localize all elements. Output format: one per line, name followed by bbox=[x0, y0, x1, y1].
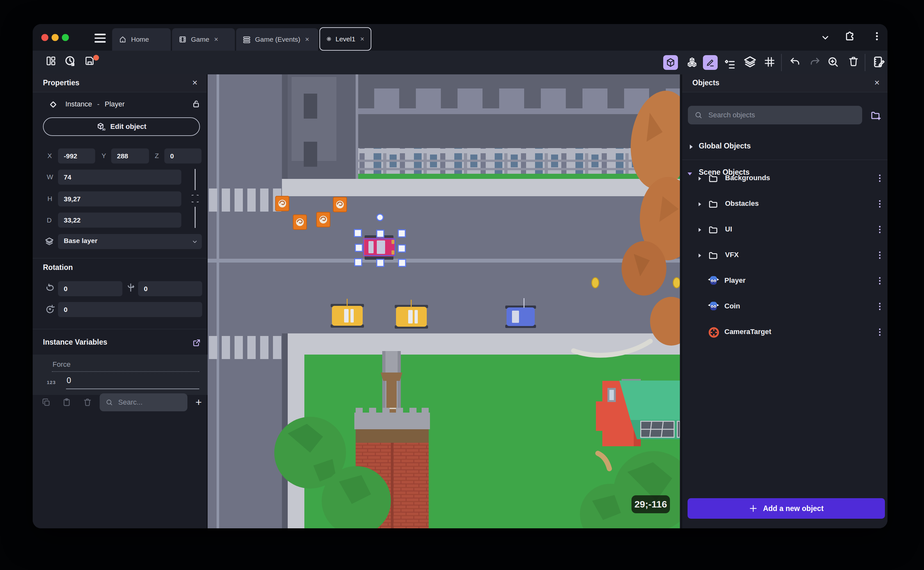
tab-game-events[interactable]: Game (Events) × bbox=[236, 28, 318, 51]
camera-target-icon bbox=[708, 326, 720, 339]
group-global-objects[interactable]: Global Objects bbox=[682, 138, 887, 155]
tree-row-vfx[interactable]: VFX bbox=[682, 245, 887, 265]
row-kebab-icon[interactable] bbox=[878, 174, 881, 183]
tree-row-label: VFX bbox=[725, 251, 739, 259]
tree-row-backgrounds[interactable]: Backgrounds bbox=[682, 168, 887, 188]
film-icon bbox=[179, 35, 187, 44]
grid-icon[interactable] bbox=[764, 56, 776, 68]
coordinates-value: 29;-116 bbox=[634, 499, 667, 510]
pencil-icon bbox=[706, 58, 715, 67]
objects-search-input[interactable] bbox=[708, 110, 862, 120]
toolbar-divider bbox=[781, 54, 782, 71]
tree-row-coin[interactable]: Coin bbox=[682, 296, 887, 317]
tree-row-label: Obstacles bbox=[725, 199, 759, 208]
traffic-zoom-button[interactable] bbox=[62, 34, 69, 41]
folder-icon bbox=[708, 173, 719, 184]
tree-row-label: Player bbox=[724, 276, 745, 285]
extensions-puzzle-icon[interactable] bbox=[844, 31, 855, 42]
y-input[interactable] bbox=[111, 149, 149, 164]
variables-search[interactable] bbox=[100, 393, 188, 411]
scene-properties-icon[interactable] bbox=[872, 55, 886, 69]
rotate-x-icon bbox=[44, 283, 55, 294]
traffic-close-button[interactable] bbox=[41, 34, 48, 41]
tab-level1[interactable]: Level1 × bbox=[319, 27, 371, 51]
layer-select[interactable]: Base layer bbox=[58, 234, 202, 249]
tab-close-icon[interactable]: × bbox=[214, 35, 218, 44]
height-input[interactable] bbox=[58, 192, 181, 207]
tab-home[interactable]: Home bbox=[112, 28, 171, 51]
tab-label: Level1 bbox=[336, 35, 355, 43]
layers-icon[interactable] bbox=[743, 55, 757, 69]
properties-title: Properties bbox=[43, 78, 79, 87]
tree-row-obstacles[interactable]: Obstacles bbox=[682, 194, 887, 214]
version-history-icon[interactable] bbox=[63, 55, 77, 68]
paste-icon[interactable] bbox=[62, 397, 72, 407]
tab-close-icon[interactable]: × bbox=[305, 35, 309, 44]
rotation-z-input[interactable] bbox=[58, 302, 202, 317]
tab-close-icon[interactable]: × bbox=[360, 35, 364, 43]
row-kebab-icon[interactable] bbox=[878, 276, 881, 286]
instances-list-icon[interactable] bbox=[724, 58, 736, 71]
layout-panels-icon[interactable] bbox=[45, 55, 57, 67]
rotation-x-input[interactable] bbox=[58, 281, 122, 296]
tree-row-label: Backgrounds bbox=[725, 174, 770, 182]
variable-value[interactable]: 0 bbox=[67, 376, 71, 385]
house[interactable] bbox=[596, 379, 680, 446]
instance-variables-title: Instance Variables bbox=[43, 338, 107, 346]
app-window: Home Game × Game (Events) × Level1 × Pre… bbox=[33, 24, 887, 528]
add-variable-icon[interactable]: + bbox=[195, 396, 202, 408]
close-panel-icon[interactable]: × bbox=[874, 78, 880, 88]
close-panel-icon[interactable]: × bbox=[192, 78, 197, 88]
traffic-minimize-button[interactable] bbox=[52, 34, 59, 41]
objects-view-button[interactable] bbox=[685, 55, 699, 70]
row-kebab-icon[interactable] bbox=[878, 302, 881, 312]
x-input[interactable] bbox=[58, 149, 95, 164]
tree-row-cameratarget[interactable]: CameraTarget bbox=[682, 322, 887, 342]
unlock-icon[interactable] bbox=[191, 99, 201, 109]
events-sheet-icon bbox=[243, 35, 251, 44]
copy-icon[interactable] bbox=[41, 397, 51, 407]
tree-row-label: UI bbox=[725, 225, 732, 233]
rotate-y-icon bbox=[125, 282, 136, 293]
apartment-building[interactable] bbox=[282, 74, 680, 196]
rotation-handle[interactable] bbox=[377, 214, 383, 221]
objects-search[interactable] bbox=[688, 106, 862, 124]
open-variables-external-icon[interactable] bbox=[192, 338, 202, 348]
edit-object-button[interactable]: 3D Edit object bbox=[43, 117, 200, 136]
z-input[interactable] bbox=[164, 149, 202, 164]
toggle-3d-view-button[interactable] bbox=[663, 55, 678, 70]
scene-render bbox=[208, 74, 680, 528]
row-kebab-icon[interactable] bbox=[878, 199, 881, 209]
tab-game[interactable]: Game × bbox=[172, 28, 235, 51]
tab-label: Game (Events) bbox=[255, 35, 300, 43]
edit-mode-button[interactable] bbox=[703, 55, 718, 70]
variables-search-input[interactable] bbox=[118, 398, 188, 407]
zoom-in-icon[interactable] bbox=[826, 55, 839, 68]
add-new-object-button[interactable]: Add a new object bbox=[687, 498, 885, 519]
undo-icon[interactable] bbox=[789, 56, 801, 68]
depth-input[interactable] bbox=[58, 213, 181, 228]
delete-variable-icon[interactable] bbox=[82, 397, 92, 407]
y-label: Y bbox=[102, 152, 106, 159]
add-folder-icon[interactable] bbox=[870, 110, 881, 121]
redo-icon[interactable] bbox=[809, 56, 821, 68]
tree-row-ui[interactable]: UI bbox=[682, 219, 887, 240]
h-label: H bbox=[47, 195, 52, 202]
rotation-y-input[interactable] bbox=[138, 281, 202, 296]
selected-player-car[interactable] bbox=[363, 235, 395, 260]
chevron-down-icon[interactable] bbox=[820, 33, 830, 42]
kebab-menu-icon[interactable] bbox=[872, 31, 882, 41]
row-kebab-icon[interactable] bbox=[878, 225, 881, 234]
lock-proportions-icon[interactable] bbox=[192, 169, 199, 228]
monkey-sprite-icon bbox=[706, 299, 721, 314]
hamburger-menu-icon[interactable] bbox=[95, 34, 106, 43]
group-label: Global Objects bbox=[699, 142, 751, 150]
row-kebab-icon[interactable] bbox=[878, 328, 881, 337]
properties-panel: Properties × Instance - Player 3D Edit o… bbox=[33, 74, 208, 528]
row-kebab-icon[interactable] bbox=[878, 251, 881, 260]
width-input[interactable] bbox=[58, 170, 181, 185]
d-label: D bbox=[47, 216, 52, 224]
tree-row-player[interactable]: Player bbox=[682, 271, 887, 291]
scene-canvas[interactable]: 29;-116 bbox=[208, 74, 680, 528]
trash-icon[interactable] bbox=[848, 55, 860, 67]
